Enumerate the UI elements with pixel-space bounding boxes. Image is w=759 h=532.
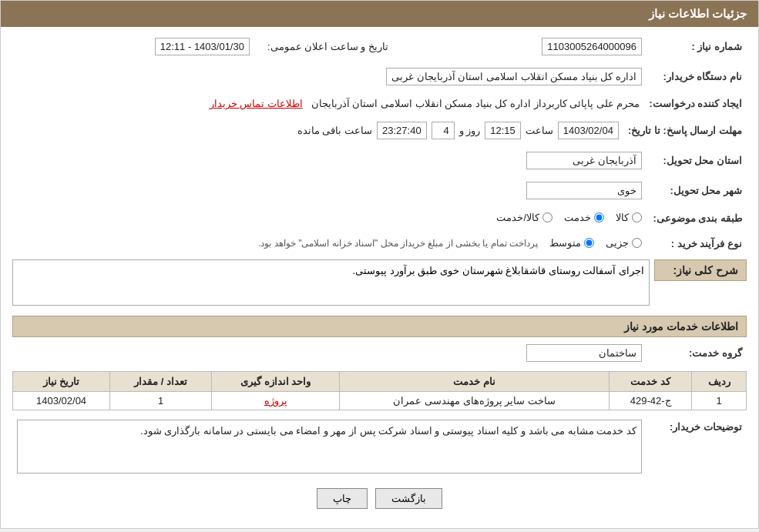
deadline-value-cell: 1403/02/04 ساعت 12:15 روز و 4 23:27:40 س…	[12, 119, 623, 142]
deadline-date: 1403/02/04	[558, 122, 619, 139]
category-khedmat-radio[interactable]	[594, 212, 604, 223]
process-jozi-label: جزیی	[606, 237, 629, 249]
need-number-value-cell: 1103005264000096	[393, 35, 646, 59]
category-kala-khedmat-radio[interactable]	[542, 212, 552, 223]
process-motevaset: متوسط	[549, 237, 594, 249]
category-kala-khedmat-label: کالا/خدمت	[496, 212, 539, 223]
need-desc-title: شرح کلی نیاز:	[654, 259, 747, 281]
col-row-num: ردیف	[692, 372, 747, 392]
process-motevaset-radio[interactable]	[584, 238, 594, 248]
page-wrapper: جزئیات اطلاعات نیاز شماره نیاز : 1103005…	[0, 0, 759, 529]
buyer-org-value: اداره کل بنیاد مسکن انقلاب اسلامی استان …	[386, 68, 642, 85]
category-row: طبقه بندی موضوعی: کالا خدمت	[12, 209, 747, 228]
deadline-remaining: 23:27:40	[377, 122, 427, 139]
process-note: پرداخت تمام یا بخشی از مبلغ خریداز محل "…	[258, 238, 538, 249]
col-date: تاریخ نیاز	[13, 372, 110, 392]
announce-value: 1403/01/30 - 12:11	[155, 38, 250, 55]
service-group-value-cell: ساختمان	[12, 341, 646, 365]
category-khedmat-label: خدمت	[564, 212, 591, 223]
page-header: جزئیات اطلاعات نیاز	[1, 1, 758, 27]
cell-quantity: 1	[110, 392, 212, 410]
deadline-fields: 1403/02/04 ساعت 12:15 روز و 4 23:27:40 س…	[297, 122, 619, 139]
creator-value-cell: محرم علی پاپائی کاربرداز اداره کل بنیاد …	[12, 95, 644, 112]
services-table: ردیف کد خدمت نام خدمت واحد اندازه گیری ت…	[12, 371, 747, 410]
process-jozi: جزیی	[606, 237, 642, 249]
category-radio-group: کالا خدمت کالا/خدمت	[496, 212, 642, 223]
category-kala-radio[interactable]	[632, 212, 642, 223]
process-label: نوع فرآیند خرید :	[646, 234, 747, 253]
col-quantity: تعداد / مقدار	[110, 372, 212, 392]
table-row: 1 ج-42-429 ساخت سایر پروژه‌های مهندسی عم…	[13, 392, 747, 410]
deadline-remaining-label: ساعت باقی مانده	[297, 125, 372, 136]
contact-info-link[interactable]: اطلاعات تماس خریدار	[210, 98, 303, 109]
cell-row-num: 1	[692, 392, 747, 410]
cell-service-name: ساخت سایر پروژه‌های مهندسی عمران	[340, 392, 610, 410]
city-value: خوی	[526, 182, 642, 199]
city-value-cell: خوی	[12, 179, 646, 202]
deadline-days: 4	[432, 122, 455, 139]
service-group-value: ساختمان	[526, 344, 642, 362]
category-kala-label: کالا	[616, 212, 629, 223]
province-label: استان محل تحویل:	[646, 149, 747, 172]
need-number-row: شماره نیاز : 1103005264000096 تاریخ و سا…	[12, 35, 747, 59]
print-button[interactable]: چاپ	[317, 488, 368, 509]
deadline-label: مهلت ارسال پاسخ: تا تاریخ:	[623, 119, 747, 142]
buyer-notes-value-cell: کد خدمت مشابه می باشد و کلیه اسناد پیوست…	[12, 417, 646, 477]
cell-unit: پروژه	[212, 392, 340, 410]
buyer-notes-row: توضیحات خریدار: کد خدمت مشابه می باشد و …	[12, 417, 747, 477]
buyer-org-value-cell: اداره کل بنیاد مسکن انقلاب اسلامی استان …	[12, 65, 646, 89]
back-button[interactable]: بازگشت	[375, 488, 442, 509]
province-value-cell: آذربایجان غربی	[12, 149, 646, 172]
buyer-notes-label: توضیحات خریدار:	[646, 417, 747, 477]
need-desc-value-area	[12, 259, 650, 308]
cell-date: 1403/02/04	[13, 392, 110, 410]
need-number-value: 1103005264000096	[542, 38, 642, 55]
deadline-time-label: ساعت	[526, 125, 553, 136]
col-service-code: کد خدمت	[609, 372, 691, 392]
buyer-notes-value: کد خدمت مشابه می باشد و کلیه اسناد پیوست…	[17, 420, 642, 473]
services-section-title: اطلاعات خدمات مورد نیاز	[12, 316, 747, 337]
process-row: نوع فرآیند خرید : جزیی متوسط پرداخت تمام…	[12, 234, 747, 253]
process-motevaset-label: متوسط	[549, 237, 581, 249]
creator-label: ایجاد کننده درخواست:	[644, 95, 747, 112]
deadline-time: 12:15	[485, 122, 521, 139]
need-number-label: شماره نیاز :	[646, 35, 747, 59]
creator-value: محرم علی پاپائی کاربرداز اداره کل بنیاد …	[311, 98, 640, 109]
deadline-row: مهلت ارسال پاسخ: تا تاریخ: 1403/02/04 سا…	[12, 119, 747, 142]
service-group-label: گروه خدمت:	[646, 341, 747, 365]
page-title: جزئیات اطلاعات نیاز	[649, 7, 747, 20]
col-service-name: نام خدمت	[340, 372, 610, 392]
buyer-org-row: نام دستگاه خریدار: اداره کل بنیاد مسکن ا…	[12, 65, 747, 89]
category-value-cell: کالا خدمت کالا/خدمت	[12, 209, 646, 228]
city-row: شهر محل تحویل: خوی	[12, 179, 747, 202]
category-label: طبقه بندی موضوعی:	[646, 209, 747, 228]
announce-label: تاریخ و ساعت اعلان عمومی:	[267, 41, 388, 52]
creator-row: ایجاد کننده درخواست: محرم علی پاپائی کار…	[12, 95, 747, 112]
col-unit: واحد اندازه گیری	[212, 372, 340, 392]
category-khedmat: خدمت	[564, 212, 604, 223]
process-radio-group: جزیی متوسط پرداخت تمام یا بخشی از مبلغ خ…	[258, 237, 642, 249]
announce-label-cell: تاریخ و ساعت اعلان عمومی:	[254, 35, 393, 59]
cell-service-code: ج-42-429	[609, 392, 691, 410]
need-desc-textarea	[12, 259, 650, 306]
content-area: شماره نیاز : 1103005264000096 تاریخ و سا…	[1, 27, 758, 528]
need-desc-section: شرح کلی نیاز:	[12, 259, 747, 308]
province-row: استان محل تحویل: آذربایجان غربی	[12, 149, 747, 172]
category-kala-khedmat: کالا/خدمت	[496, 212, 552, 223]
buttons-row: بازگشت چاپ	[12, 488, 747, 509]
process-jozi-radio[interactable]	[632, 238, 642, 248]
deadline-days-label: روز و	[459, 125, 481, 136]
category-kala: کالا	[616, 212, 642, 223]
city-label: شهر محل تحویل:	[646, 179, 747, 202]
service-group-row: گروه خدمت: ساختمان	[12, 341, 747, 365]
process-value-cell: جزیی متوسط پرداخت تمام یا بخشی از مبلغ خ…	[12, 234, 646, 253]
province-value: آذربایجان غربی	[526, 152, 642, 169]
buyer-org-label: نام دستگاه خریدار:	[646, 65, 747, 89]
announce-value-cell: 1403/01/30 - 12:11	[12, 35, 254, 59]
